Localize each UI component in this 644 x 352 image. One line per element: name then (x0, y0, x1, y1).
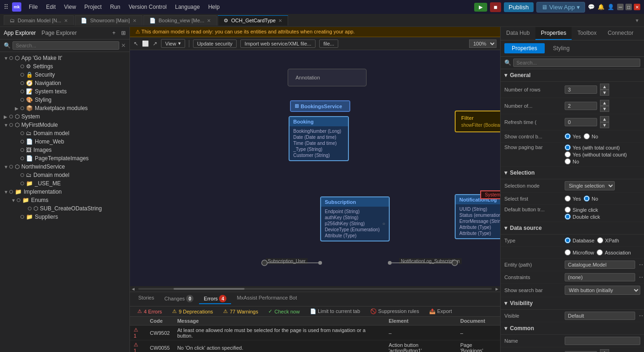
paging-yes-total[interactable]: Yes (with total count) (565, 144, 627, 150)
menu-version-control[interactable]: Version Control (125, 3, 170, 11)
tab-close-dm[interactable]: ✕ (64, 18, 68, 23)
filter-node[interactable]: Filter showFilter (Boolean) (455, 111, 500, 132)
menu-edit[interactable]: Edit (42, 3, 59, 11)
prop-tab-styling[interactable]: Styling (546, 43, 577, 53)
sidebar-item-security[interactable]: 🔒 Security (0, 71, 129, 79)
visibility-section-header[interactable]: ▾ Visibility (501, 297, 644, 310)
num-rows-input[interactable] (565, 85, 597, 94)
import-webservice-button[interactable]: Import web service/XML file... (240, 39, 316, 48)
canvas-scrollbar[interactable]: ◂ ▸ (130, 286, 500, 292)
paging-yes-no-total[interactable]: Yes (without total count) (565, 151, 627, 157)
publish-button[interactable]: Publish (504, 2, 534, 12)
close-button[interactable]: ✕ (634, 4, 640, 10)
stop-button[interactable]: ■ (490, 2, 501, 12)
double-click-option[interactable]: Double click (565, 214, 600, 220)
type-association[interactable]: Association (597, 249, 631, 255)
booking-entity-node[interactable]: Booking BookingNumber (Long) Date (Date … (289, 116, 349, 161)
type-xpath[interactable]: XPath (597, 237, 619, 243)
sidebar-item-my-first-module[interactable]: ▼ ⬡ MyFirstModule (0, 121, 129, 129)
sidebar-item-domain-model-mfm[interactable]: 🗂 Domain model (0, 129, 129, 137)
sidebar-item-styling[interactable]: 🎨 Styling (0, 96, 129, 104)
sidebar-item-system[interactable]: ▶ ⬡ System (0, 112, 129, 121)
menu-run[interactable]: Run (106, 3, 124, 11)
errors-filter-button[interactable]: ⚠ 4 Errors (134, 307, 166, 315)
num-of-up[interactable]: ▲ (600, 100, 609, 106)
visible-input[interactable] (565, 312, 635, 320)
right-tab-properties[interactable]: Properties (535, 27, 572, 40)
notification-log-node[interactable]: NotificationLog UUID (String) Status (en… (455, 194, 500, 239)
constraints-dots-button[interactable]: ⋯ (638, 274, 644, 281)
bottom-tab-mxassist[interactable]: MxAssist Performance Bot (232, 294, 302, 304)
sidebar-add-icon[interactable]: + (112, 30, 116, 36)
sidebar-item-images[interactable]: 🖼 Images (0, 146, 129, 154)
sidebar-item-system-texts[interactable]: 📝 System texts (0, 87, 129, 96)
tab-overflow-arrow[interactable]: ▾ (634, 17, 640, 24)
export-button[interactable]: 📤 Export (425, 307, 456, 315)
refresh-down[interactable]: ▼ (600, 122, 609, 128)
tab-close-booking[interactable]: ✕ (207, 18, 211, 23)
sidebar-item-suppliers[interactable]: 📁 Suppliers (0, 213, 129, 221)
view-app-button[interactable]: 🖥 View App ▾ (536, 2, 585, 13)
tab-domain-model[interactable]: 🗂 Domain Model [N... ✕ (4, 15, 74, 25)
bookings-service-node[interactable]: ⊞ BookingsService (290, 100, 350, 112)
subscription-node[interactable]: Subscription Endpoint (String) authKey (… (320, 196, 390, 241)
entity-path-dots-button[interactable]: ⋯ (638, 261, 644, 268)
refresh-time-input[interactable] (565, 118, 597, 126)
constraints-input[interactable] (565, 273, 635, 281)
canvas-main[interactable]: Annotation ⊞ BookingsService Booking Bo (130, 50, 500, 292)
sidebar-tab-page-explorer[interactable]: Page Explorer (41, 30, 77, 36)
num-of-input[interactable] (565, 102, 597, 110)
user-avatar[interactable]: 👤 (607, 4, 614, 10)
suppression-rules-button[interactable]: 🚫 Suppression rules (367, 307, 423, 315)
tab-close-och[interactable]: ✕ (278, 18, 282, 23)
paging-no[interactable]: No (565, 158, 627, 164)
right-tab-connector[interactable]: Connector (602, 27, 639, 40)
search-input[interactable] (13, 41, 119, 50)
warnings-filter-button[interactable]: ⚠ 77 Warnings (219, 307, 262, 315)
table-row[interactable]: ⚠ 1 CW0055 No 'On click' action specifie… (130, 340, 500, 352)
maximize-button[interactable]: □ (625, 4, 632, 10)
search-clear-icon[interactable]: ✕ (121, 42, 126, 49)
sidebar-tab-app-explorer[interactable]: App Explorer (4, 30, 36, 36)
prop-tab-properties[interactable]: Properties (504, 43, 545, 53)
cursor-tool[interactable]: ↖ (134, 40, 138, 47)
tab-index-up[interactable]: ▲ (600, 349, 609, 352)
show-control-yes[interactable]: Yes (565, 133, 581, 139)
run-button[interactable]: ▶ (474, 3, 487, 12)
check-now-button[interactable]: ✓ Check now (264, 307, 303, 315)
right-tab-toolbox[interactable]: Toolbox (572, 27, 602, 40)
show-search-bar-select[interactable]: With button (initially (565, 286, 640, 295)
menu-project[interactable]: Project (81, 3, 105, 11)
tab-och[interactable]: ⚙ OCH_GetCardType ✕ (218, 15, 288, 26)
tab-close-showroom[interactable]: ✕ (133, 18, 136, 23)
update-security-button[interactable]: Update security (193, 39, 237, 48)
bottom-tab-stories[interactable]: Stories (134, 294, 159, 304)
bottom-tab-changes[interactable]: Changes 0 (160, 294, 198, 304)
common-section-header[interactable]: ▾ Common (501, 322, 644, 335)
box-tool[interactable]: ⬜ (142, 40, 149, 47)
refresh-up[interactable]: ▲ (600, 116, 609, 122)
sidebar-item-sub-create[interactable]: ⬡ SUB_CreateODataString (0, 204, 129, 213)
sidebar-item-northwind-service[interactable]: ▼ ⬡ NorthwindService (0, 163, 129, 171)
bell-icon[interactable]: 🔔 (598, 4, 605, 10)
chat-icon[interactable]: 💬 (588, 4, 595, 10)
tab-booking-view[interactable]: 📄 Booking_view [Me... ✕ (143, 15, 217, 26)
select-first-no[interactable]: No (584, 196, 598, 202)
sidebar-item-domain-model-nw[interactable]: 🗂 Domain model (0, 171, 129, 179)
minimize-button[interactable]: ─ (617, 4, 624, 10)
sidebar-item-page-template-images[interactable]: 📄 PageTemplateImages (0, 154, 129, 163)
menu-help[interactable]: Help (205, 3, 224, 11)
show-control-no[interactable]: No (584, 133, 598, 139)
visible-dots-button[interactable]: ⋯ (638, 312, 644, 319)
general-section-header[interactable]: ▾ General (501, 69, 644, 82)
sidebar-filter-icon[interactable]: ⊞ (121, 30, 126, 36)
num-rows-up[interactable]: ▲ (600, 84, 609, 90)
selection-mode-select[interactable]: Single selection (565, 181, 615, 190)
single-click-option[interactable]: Single click (565, 207, 600, 213)
sidebar-item-enums[interactable]: ▼ 📁 Enums (0, 196, 129, 204)
entity-path-input[interactable] (565, 261, 635, 269)
select-first-yes[interactable]: Yes (565, 196, 581, 202)
sidebar-item-settings[interactable]: ⚙ Settings (0, 62, 129, 71)
scroll-right-icon[interactable]: ▸ (494, 286, 500, 292)
sidebar-item-implementation[interactable]: ▼ 📁 Implementation (0, 188, 129, 196)
